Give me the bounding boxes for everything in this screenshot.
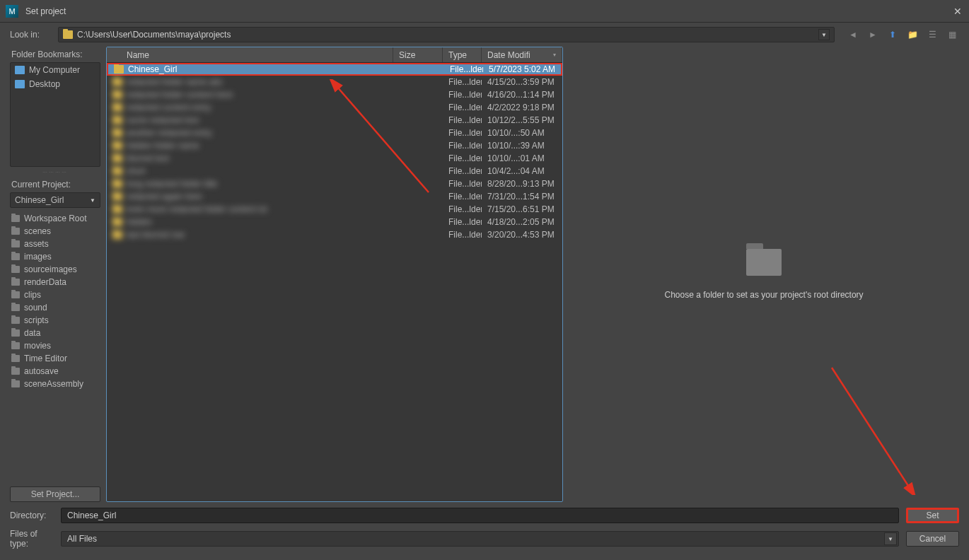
file-type: File...lder <box>444 64 483 74</box>
project-tree-item[interactable]: renderData <box>10 276 100 288</box>
folder-icon <box>112 167 122 175</box>
preview-panel: Choose a folder to set as your project's… <box>569 47 959 502</box>
project-tree-label: Time Editor <box>24 354 67 363</box>
files-of-type-select[interactable]: All Files ▼ <box>61 531 899 547</box>
col-name[interactable]: Name <box>107 47 393 62</box>
project-tree-item[interactable]: scripts <box>10 314 100 327</box>
files-of-type-label: Files of type: <box>10 529 54 549</box>
folder-icon <box>11 215 20 222</box>
bookmark-desktop[interactable]: Desktop <box>11 77 100 91</box>
table-row[interactable]: redacted folder name abcFile...lder4/15/… <box>107 76 562 88</box>
project-tree-item[interactable]: sound <box>10 301 100 314</box>
file-type: File...lder <box>443 153 482 163</box>
file-name: even more redacted folder content txt <box>127 204 267 214</box>
up-button[interactable]: ⬆ <box>886 28 900 42</box>
col-type[interactable]: Type <box>443 47 482 62</box>
table-row[interactable]: redacted again hereFile...lder7/31/20...… <box>107 190 562 203</box>
nav-buttons: ◄ ► ⬆ 📁 ☰ ▦ <box>846 28 959 42</box>
file-date: 4/15/20...3:59 PM <box>482 77 562 87</box>
list-view-button[interactable]: ☰ <box>925 28 939 42</box>
splitter[interactable]: ⋯⋯⋯⋯ <box>10 170 100 174</box>
project-tree-item[interactable]: assets <box>10 238 100 250</box>
table-row[interactable]: some redacted textFile...lder10/12/2...5… <box>107 114 562 127</box>
folder-icon <box>11 368 20 375</box>
project-tree-label: autosave <box>24 366 59 376</box>
file-list-body: Chinese_GirlFile...lder5/7/2023 5:02 AMr… <box>107 63 562 501</box>
set-project-button[interactable]: Set Project... <box>10 486 100 502</box>
col-size[interactable]: Size <box>393 47 443 62</box>
path-text: C:\Users\User\Documents\maya\projects <box>77 30 231 40</box>
project-tree-item[interactable]: Time Editor <box>10 352 100 365</box>
file-name: another redacted entry <box>127 128 212 138</box>
path-input[interactable]: C:\Users\User\Documents\maya\projects ▼ <box>58 27 835 42</box>
col-date[interactable]: Date Modifi <box>482 47 562 62</box>
current-project-dropdown[interactable]: Chinese_Girl ▼ <box>10 192 100 208</box>
project-tree-item[interactable]: data <box>10 327 100 339</box>
folder-icon <box>112 218 122 226</box>
table-row[interactable]: another redacted entryFile...lder10/10/.… <box>107 127 562 139</box>
file-type: File...lder <box>443 115 482 125</box>
project-tree-item[interactable]: movies <box>10 339 100 352</box>
file-date: 4/2/2022 9:18 PM <box>482 103 562 112</box>
computer-icon <box>15 66 25 74</box>
path-dropdown-arrow[interactable]: ▼ <box>818 29 830 40</box>
svg-line-1 <box>832 368 910 488</box>
file-name: last blurred row <box>127 230 185 240</box>
table-row[interactable]: long redacted folder titleFile...lder8/2… <box>107 177 562 190</box>
back-button[interactable]: ◄ <box>846 28 860 42</box>
project-tree-item[interactable]: autosave <box>10 365 100 378</box>
table-row[interactable]: hidden folder nameFile...lder10/10/...:3… <box>107 139 562 152</box>
bookmark-label: Desktop <box>29 79 60 89</box>
file-type: File...lder <box>443 141 482 151</box>
folder-icon <box>11 240 20 247</box>
file-name: redacted again here <box>127 192 202 202</box>
bookmark-my-computer[interactable]: My Computer <box>11 63 100 77</box>
table-row[interactable]: redacted content entryFile...lder4/2/202… <box>107 101 562 114</box>
project-tree-label: renderData <box>24 277 66 287</box>
file-date: 8/28/20...9:13 PM <box>482 179 562 189</box>
chevron-down-icon: ▼ <box>90 197 95 204</box>
folder-icon <box>11 228 20 235</box>
directory-input[interactable] <box>61 508 899 523</box>
bookmarks-panel: My Computer Desktop <box>10 62 100 167</box>
file-name: some redacted text <box>127 115 199 125</box>
folder-icon <box>11 291 20 298</box>
project-tree-item[interactable]: clips <box>10 288 100 301</box>
table-row[interactable]: shortFile...lder10/4/2...:04 AM <box>107 165 562 177</box>
folder-icon <box>112 116 122 124</box>
thumb-view-button[interactable]: ▦ <box>945 28 959 42</box>
forward-button[interactable]: ► <box>866 28 880 42</box>
table-row[interactable]: blurred textFile...lder10/10/...:01 AM <box>107 152 562 165</box>
project-tree-item[interactable]: sourceimages <box>10 263 100 276</box>
folder-icon <box>112 78 122 86</box>
bookmarks-label: Folder Bookmarks: <box>10 47 100 62</box>
table-row[interactable]: Chinese_GirlFile...lder5/7/2023 5:02 AM <box>107 63 562 76</box>
project-tree-label: scenes <box>24 226 51 236</box>
file-name: hidden <box>127 217 152 227</box>
folder-icon <box>112 205 122 214</box>
cancel-button[interactable]: Cancel <box>906 531 959 547</box>
file-name: long redacted folder title <box>127 179 217 189</box>
new-folder-button[interactable]: 📁 <box>905 28 919 42</box>
folder-icon <box>112 154 122 163</box>
project-tree-item[interactable]: sceneAssembly <box>10 378 100 390</box>
left-sidebar: Folder Bookmarks: My Computer Desktop ⋯⋯… <box>10 47 100 502</box>
project-tree-item[interactable]: scenes <box>10 225 100 238</box>
file-type: File...lder <box>443 90 482 100</box>
project-tree-label: sourceimages <box>24 264 77 274</box>
project-tree-item[interactable]: images <box>10 250 100 263</box>
folder-icon <box>11 355 20 362</box>
table-row[interactable]: hiddenFile...lder4/18/20...2:05 PM <box>107 216 562 228</box>
set-button[interactable]: Set <box>906 508 959 523</box>
project-tree-item[interactable]: Workspace Root <box>10 212 100 225</box>
table-row[interactable]: even more redacted folder content txtFil… <box>107 203 562 216</box>
folder-icon <box>11 380 20 387</box>
file-name: redacted folder name abc <box>127 77 223 87</box>
close-button[interactable]: ✕ <box>953 6 962 17</box>
file-name: redacted folder content here <box>127 90 233 100</box>
file-name: blurred text <box>127 153 169 163</box>
table-row[interactable]: last blurred rowFile...lder3/20/20...4:5… <box>107 228 562 241</box>
file-date: 7/31/20...1:54 PM <box>482 192 562 202</box>
file-date: 3/20/20...4:53 PM <box>482 230 562 240</box>
table-row[interactable]: redacted folder content hereFile...lder4… <box>107 88 562 101</box>
